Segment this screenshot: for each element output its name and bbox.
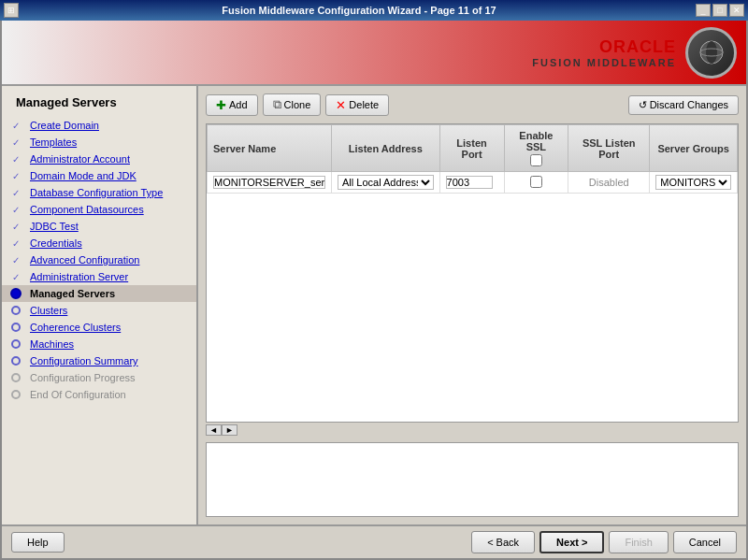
scroll-controls: ◄ ► xyxy=(206,424,739,436)
cancel-button[interactable]: Cancel xyxy=(673,531,737,553)
oracle-logo: ORACLE FUSION MIDDLEWARE xyxy=(532,37,676,68)
sidebar-item-domain-mode-jdk[interactable]: ✓ Domain Mode and JDK xyxy=(2,167,196,184)
bottom-panel xyxy=(206,442,739,517)
sidebar: Managed Servers ✓ Create Domain ✓ Templa… xyxy=(2,86,198,524)
window-title: Fusion Middleware Configuration Wizard -… xyxy=(22,5,696,16)
managed-servers-table: Server Name Listen Address Listen Port E… xyxy=(206,123,739,423)
sidebar-item-coherence-clusters[interactable]: Coherence Clusters xyxy=(2,319,196,336)
app-icon: ⊞ xyxy=(4,3,19,18)
fusion-label: FUSION MIDDLEWARE xyxy=(532,57,676,68)
step-icon-admin-server: ✓ xyxy=(9,270,22,283)
next-button[interactable]: Next > xyxy=(539,531,604,553)
step-icon-create-domain: ✓ xyxy=(9,119,22,132)
column-ssl-listen-port: SSL Listen Port xyxy=(568,125,650,172)
delete-button[interactable]: ✕ Delete xyxy=(325,94,389,116)
step-icon-advanced-config: ✓ xyxy=(9,253,22,266)
sidebar-item-administration-server[interactable]: ✓ Administration Server xyxy=(2,268,196,285)
back-button[interactable]: < Back xyxy=(471,531,535,553)
table-row: All Local Address... Disabled xyxy=(208,172,738,194)
maximize-button[interactable]: □ xyxy=(712,4,727,17)
column-server-name: Server Name xyxy=(208,125,332,172)
sidebar-item-managed-servers[interactable]: Managed Servers xyxy=(2,285,196,302)
sidebar-item-component-datasources[interactable]: ✓ Component Datasources xyxy=(2,201,196,218)
sidebar-item-configuration-progress: Configuration Progress xyxy=(2,369,196,386)
finish-button[interactable]: Finish xyxy=(609,531,668,553)
close-button[interactable]: ✕ xyxy=(729,4,744,17)
listen-port-input[interactable] xyxy=(446,176,493,189)
scroll-right-button[interactable]: ► xyxy=(222,424,237,436)
cell-listen-port xyxy=(439,172,504,194)
step-icon-managed-servers xyxy=(9,287,22,300)
table: Server Name Listen Address Listen Port E… xyxy=(207,124,738,194)
cell-listen-address: All Local Address... xyxy=(332,172,440,194)
step-icon-domain-mode: ✓ xyxy=(9,169,22,182)
clone-icon: ⧉ xyxy=(273,97,281,112)
add-button[interactable]: ✚ Add xyxy=(206,94,258,116)
sidebar-item-credentials[interactable]: ✓ Credentials xyxy=(2,235,196,251)
step-icon-config-progress xyxy=(9,371,22,384)
title-bar: ⊞ Fusion Middleware Configuration Wizard… xyxy=(0,0,748,21)
step-icon-end-config xyxy=(9,388,22,401)
cell-ssl-listen-port: Disabled xyxy=(568,172,650,194)
main-window: ORACLE FUSION MIDDLEWARE Managed Servers… xyxy=(0,21,748,560)
oracle-label: ORACLE xyxy=(599,37,676,57)
scroll-left-button[interactable]: ◄ xyxy=(206,424,222,436)
enable-ssl-checkbox[interactable] xyxy=(530,176,542,188)
sidebar-item-administrator-account[interactable]: ✓ Administrator Account xyxy=(2,151,196,167)
sidebar-item-create-domain[interactable]: ✓ Create Domain xyxy=(2,117,196,134)
sidebar-item-jdbc-test[interactable]: ✓ JDBC Test xyxy=(2,218,196,235)
svg-point-1 xyxy=(706,41,717,64)
step-icon-machines xyxy=(9,337,22,351)
step-icon-templates: ✓ xyxy=(9,136,22,149)
content-area: ✚ Add ⧉ Clone ✕ Delete ↺ Discard Changes xyxy=(198,86,746,524)
sidebar-item-clusters[interactable]: Clusters xyxy=(2,302,196,319)
delete-icon: ✕ xyxy=(336,98,346,112)
window-controls[interactable]: _ □ ✕ xyxy=(696,4,744,17)
body-area: Managed Servers ✓ Create Domain ✓ Templa… xyxy=(2,86,746,524)
discard-changes-button[interactable]: ↺ Discard Changes xyxy=(628,95,739,115)
sidebar-item-configuration-summary[interactable]: Configuration Summary xyxy=(2,352,196,369)
sidebar-item-database-config-type[interactable]: ✓ Database Configuration Type xyxy=(2,184,196,201)
sidebar-item-templates[interactable]: ✓ Templates xyxy=(2,134,196,151)
toolbar: ✚ Add ⧉ Clone ✕ Delete ↺ Discard Changes xyxy=(206,93,739,116)
column-enable-ssl: Enable SSL xyxy=(504,125,568,172)
step-icon-admin-account: ✓ xyxy=(9,152,22,165)
oracle-icon xyxy=(685,27,737,79)
column-server-groups: Server Groups xyxy=(650,125,738,172)
step-icon-credentials: ✓ xyxy=(9,237,22,250)
column-listen-port: Listen Port xyxy=(439,125,504,172)
add-icon: ✚ xyxy=(216,98,226,112)
sidebar-title: Managed Servers xyxy=(2,91,196,117)
enable-ssl-header-checkbox[interactable] xyxy=(530,154,542,166)
server-name-input[interactable] xyxy=(213,176,325,189)
step-icon-component-ds: ✓ xyxy=(9,203,22,216)
clone-button[interactable]: ⧉ Clone xyxy=(263,93,322,116)
cell-server-name xyxy=(208,172,332,194)
step-icon-config-summary xyxy=(9,354,22,367)
cell-enable-ssl xyxy=(504,172,568,194)
discard-icon: ↺ xyxy=(639,99,647,111)
footer-right: < Back Next > Finish Cancel xyxy=(471,531,737,553)
step-icon-db-config: ✓ xyxy=(9,186,22,199)
listen-address-select[interactable]: All Local Address... xyxy=(338,175,434,190)
minimize-button[interactable]: _ xyxy=(696,4,711,17)
step-icon-jdbc-test: ✓ xyxy=(9,220,22,233)
server-groups-select[interactable]: MONITORS... xyxy=(655,175,731,190)
header: ORACLE FUSION MIDDLEWARE xyxy=(2,21,746,86)
step-icon-clusters xyxy=(9,304,22,317)
footer: Help < Back Next > Finish Cancel xyxy=(2,524,746,558)
cell-server-groups: MONITORS... xyxy=(650,172,738,194)
step-icon-coherence-clusters xyxy=(9,321,22,334)
sidebar-item-advanced-configuration[interactable]: ✓ Advanced Configuration xyxy=(2,251,196,268)
footer-left: Help xyxy=(11,532,65,553)
help-button[interactable]: Help xyxy=(11,532,65,553)
column-listen-address: Listen Address xyxy=(332,125,440,172)
sidebar-item-machines[interactable]: Machines xyxy=(2,336,196,352)
sidebar-item-end-of-configuration: End Of Configuration xyxy=(2,386,196,403)
